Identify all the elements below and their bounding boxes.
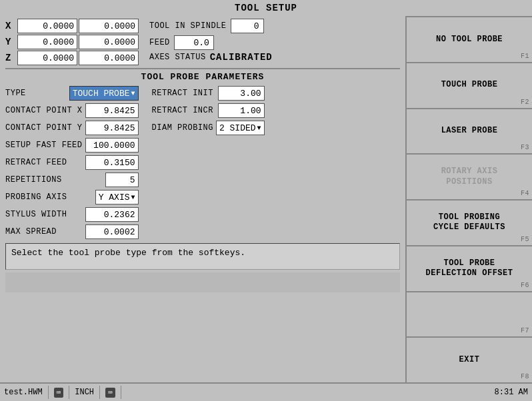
repetitions-label: REPETITIONS [5,175,62,185]
diam-probing-dropdown[interactable]: 2 SIDED ▼ [216,121,265,135]
content-area: X 0.0000 0.0000 Y 0.0000 0.0000 Z 0.0000… [0,16,532,382]
softkey-exit-label: EXIT [459,355,480,366]
message-text: Select the tool probe type from the soft… [11,248,245,258]
retract-incr-input[interactable] [218,103,265,118]
status-time: 8:31 AM [495,388,528,397]
axes-table: X 0.0000 0.0000 Y 0.0000 0.0000 Z 0.0000… [5,19,139,65]
diam-probing-row: DIAM PROBING 2 SIDED ▼ [152,121,265,135]
setup-feed-label: SETUP FAST FEED [5,141,83,150]
status-bar: test.HWM ⌨ INCH ⌨ 8:31 AM [0,382,532,401]
contact-x-row: CONTACT POINT X [5,103,139,118]
section-title: TOOL PROBE PARAMETERS [5,72,400,82]
status-filename: test.HWM [4,388,43,397]
probing-axis-dropdown[interactable]: Y AXIS ▼ [95,190,139,204]
softkey-rotary-axis[interactable]: ROTARY AXISPOSITIONS F4 [407,153,532,199]
feed-label: FEED [149,38,170,47]
spindle-label: TOOL IN SPINDLE [149,21,227,31]
max-spread-input[interactable] [85,224,139,239]
softkey-f7-fn: F7 [521,326,529,335]
contact-y-input[interactable] [85,121,139,135]
right-panel: NO TOOL PROBE F1 TOUCH PROBE F2 LASER PR… [405,16,532,382]
softkey-f6-label: F6 [521,281,529,290]
type-label: TYPE [5,89,26,98]
keyboard-icon-2: ⌨ [105,388,115,398]
status-unit: INCH [75,388,94,397]
left-panel: X 0.0000 0.0000 Y 0.0000 0.0000 Z 0.0000… [0,16,405,382]
type-dropdown-arrow: ▼ [131,90,135,97]
softkey-tool-probing-cycle[interactable]: TOOL PROBINGCYCLE DEFAULTS F5 [407,199,532,245]
softkey-f7[interactable]: F7 [407,291,532,337]
retract-incr-row: RETRACT INCR [152,103,265,118]
max-spread-label: MAX SPREAD [5,227,57,236]
repetitions-input[interactable] [105,173,139,187]
axis-x-label: X [5,21,16,31]
axis-y-val1: 0.0000 [17,35,77,49]
max-spread-row: MAX SPREAD [5,224,139,239]
retract-feed-label: RETRACT FEED [5,158,67,167]
softkey-f4-label: F4 [521,189,529,198]
softkey-rotary-axis-label: ROTARY AXISPOSITIONS [441,167,498,187]
axes-status-row: AXES STATUS CALIBRATED [149,52,273,63]
softkey-f5-label: F5 [521,235,529,244]
message-area: Select the tool probe type from the soft… [5,243,400,270]
softkey-no-tool-probe-label: NO TOOL PROBE [436,35,503,45]
softkey-f1-label: F1 [521,52,529,61]
contact-y-label: CONTACT POINT Y [5,123,83,133]
main-container: TOOL SETUP X 0.0000 0.0000 Y 0.0000 0.00… [0,0,532,401]
softkey-deflection-label: TOOL PROBEDEFLECTION OFFSET [426,258,513,279]
retract-incr-label: RETRACT INCR [152,106,213,115]
softkey-no-tool-probe[interactable]: NO TOOL PROBE F1 [407,16,532,62]
softkey-laser-probe-label: LASER PROBE [441,126,498,137]
spindle-feed-section: TOOL IN SPINDLE 0 FEED 0.0 AXES STATUS C… [149,19,273,65]
sep4 [121,386,121,399]
diam-probing-label: DIAM PROBING [152,123,213,133]
retract-init-label: RETRACT INIT [152,89,213,98]
axis-z-label: Z [5,53,16,63]
spindle-value: 0 [231,19,264,33]
probing-axis-label: PROBING AXIS [5,193,67,202]
softkey-tool-probing-label: TOOL PROBINGCYCLE DEFAULTS [433,212,505,233]
sep1 [48,386,49,399]
stylus-width-label: STYLUS WIDTH [5,210,67,219]
stylus-width-row: STYLUS WIDTH [5,207,139,222]
axes-status-label: AXES STATUS [149,53,206,62]
feed-row: FEED 0.0 [149,35,273,50]
softkey-laser-probe[interactable]: LASER PROBE F3 [407,108,532,154]
left-params: TYPE TOUCH PROBE ▼ CONTACT POINT X CONTA… [5,86,139,239]
axis-y-label: Y [5,37,16,47]
axis-z-val2: 0.0000 [79,51,139,65]
retract-feed-row: RETRACT FEED [5,155,139,170]
retract-feed-input[interactable] [85,155,139,170]
keyboard-icon-1: ⌨ [54,388,64,398]
probing-axis-row: PROBING AXIS Y AXIS ▼ [5,190,139,204]
softkey-touch-probe-label: TOUCH PROBE [441,80,498,91]
page-title: TOOL SETUP [0,0,532,16]
softkey-exit[interactable]: EXIT F8 [407,336,532,382]
axis-y-val2: 0.0000 [79,35,139,49]
axes-status-value: CALIBRATED [210,52,273,63]
feed-value: 0.0 [174,35,214,50]
sep3 [99,386,100,399]
repetitions-row: REPETITIONS [5,173,139,187]
axis-x-val1: 0.0000 [17,19,77,33]
axis-z-val1: 0.0000 [17,51,77,65]
probing-axis-arrow: ▼ [131,194,135,201]
contact-y-row: CONTACT POINT Y [5,121,139,135]
right-params: RETRACT INIT RETRACT INCR DIAM PROBING 2… [152,86,265,239]
softkey-f2-label: F2 [521,98,529,107]
retract-init-input[interactable] [218,86,265,101]
spindle-row: TOOL IN SPINDLE 0 [149,19,273,33]
contact-x-label: CONTACT POINT X [5,106,83,115]
setup-feed-input[interactable] [85,138,139,153]
softkey-touch-probe[interactable]: TOUCH PROBE F2 [407,62,532,108]
sep2 [69,386,69,399]
softkey-deflection-offset[interactable]: TOOL PROBEDEFLECTION OFFSET F6 [407,245,532,291]
extra-space [5,272,400,292]
axis-x-val2: 0.0000 [79,19,139,33]
type-dropdown[interactable]: TOUCH PROBE ▼ [69,86,139,101]
contact-x-input[interactable] [85,103,139,118]
setup-feed-row: SETUP FAST FEED [5,138,139,153]
type-row: TYPE TOUCH PROBE ▼ [5,86,139,101]
softkey-f8-label: F8 [521,372,529,381]
stylus-width-input[interactable] [85,207,139,222]
